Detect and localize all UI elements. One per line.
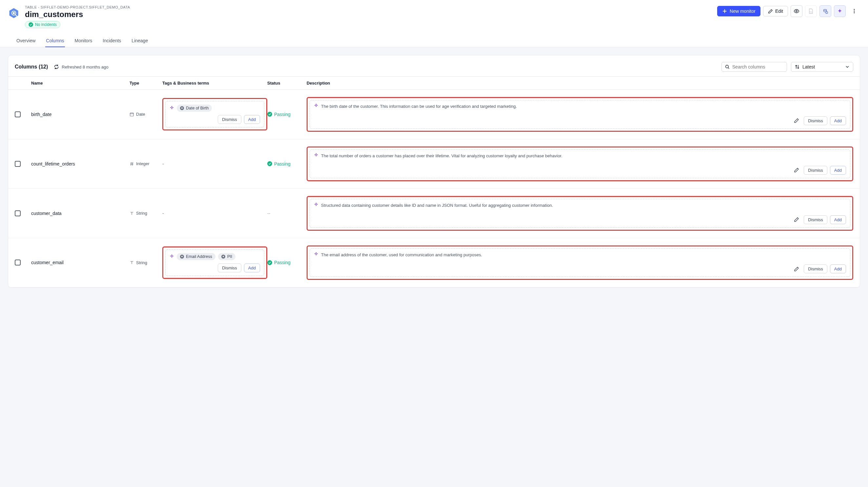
- description-text: The birth date of the customer. This inf…: [321, 103, 517, 110]
- add-button[interactable]: Add: [830, 116, 846, 125]
- svg-point-9: [854, 9, 855, 10]
- page-title: dim_customers: [25, 10, 712, 19]
- column-name: customer_data: [31, 211, 129, 216]
- svg-point-7: [824, 9, 826, 10]
- status-passing: Passing: [267, 161, 307, 166]
- pencil-icon[interactable]: [794, 266, 799, 272]
- row-checkbox[interactable]: [15, 161, 21, 167]
- row-checkbox[interactable]: [15, 260, 21, 265]
- tag-label: Email Address: [186, 254, 212, 259]
- column-description-cell: The email address of the customer, used …: [307, 246, 853, 280]
- th-name: Name: [31, 80, 129, 86]
- status-passing: Passing: [267, 112, 307, 117]
- add-button[interactable]: Add: [830, 264, 846, 273]
- status-badge-no-incidents: No incidents: [25, 21, 60, 28]
- svg-point-15: [267, 112, 272, 117]
- add-button[interactable]: Add: [830, 166, 846, 175]
- edit-button[interactable]: Edit: [763, 6, 788, 17]
- breadcrumb: TABLE - SIFFLET-DEMO-PROJECT.SIFFLET_DEM…: [25, 5, 712, 9]
- pencil-icon: [768, 9, 773, 14]
- tags-suggestion-box: Date of Birth Dismiss Add: [165, 101, 264, 128]
- page-header: TABLE - SIFFLET-DEMO-PROJECT.SIFFLET_DEM…: [0, 0, 868, 47]
- column-type: String: [129, 260, 162, 265]
- star-icon: [221, 255, 225, 259]
- more-menu-button[interactable]: [848, 5, 860, 17]
- header-actions: New monitor Edit SQL: [717, 5, 860, 17]
- column-tags-cell: Email AddressPII Dismiss Add: [162, 247, 267, 279]
- bigquery-icon: [8, 7, 20, 19]
- check-circle-icon: [267, 161, 272, 166]
- th-type: Type: [129, 80, 162, 86]
- search-icon: [725, 64, 730, 69]
- tab-overview[interactable]: Overview: [16, 35, 36, 47]
- column-status-cell: Passing: [267, 112, 307, 117]
- ai-sparkle-icon: [169, 106, 174, 110]
- tab-incidents[interactable]: Incidents: [102, 35, 122, 47]
- header-info: TABLE - SIFFLET-DEMO-PROJECT.SIFFLET_DEM…: [25, 5, 712, 28]
- tag-pill[interactable]: PII: [218, 253, 236, 260]
- dismiss-button[interactable]: Dismiss: [218, 263, 241, 272]
- add-button[interactable]: Add: [244, 263, 260, 272]
- pencil-icon[interactable]: [794, 217, 799, 222]
- column-status-cell: --: [267, 210, 307, 216]
- dismiss-button[interactable]: Dismiss: [804, 116, 827, 125]
- column-description-cell: The birth date of the customer. This inf…: [307, 97, 853, 132]
- eye-button[interactable]: [790, 5, 802, 17]
- th-status: Status: [267, 80, 307, 86]
- columns-panel: Columns (12) Refreshed 8 months ago Late…: [8, 55, 860, 288]
- refresh-icon[interactable]: [54, 64, 59, 69]
- copy-db-button[interactable]: [819, 5, 831, 17]
- tag-pill[interactable]: Email Address: [177, 253, 215, 260]
- column-tags-cell: -: [162, 210, 267, 216]
- description-highlight: Structured data containing customer deta…: [307, 196, 853, 231]
- description-text: Structured data containing customer deta…: [321, 202, 553, 209]
- sql-button[interactable]: SQL: [805, 5, 817, 17]
- tab-columns[interactable]: Columns: [45, 35, 65, 47]
- columns-table: Name Type Tags & Business terms Status D…: [8, 76, 860, 287]
- column-name: birth_date: [31, 112, 129, 117]
- svg-rect-13: [130, 113, 134, 116]
- sort-select[interactable]: Latest: [791, 62, 853, 72]
- tab-lineage[interactable]: Lineage: [131, 35, 149, 47]
- dismiss-button[interactable]: Dismiss: [804, 264, 827, 273]
- status-empty: --: [267, 211, 270, 216]
- search-input-wrapper[interactable]: [721, 62, 787, 72]
- header-top-row: TABLE - SIFFLET-DEMO-PROJECT.SIFFLET_DEM…: [8, 5, 860, 28]
- new-monitor-button[interactable]: New monitor: [717, 6, 761, 17]
- column-status-cell: Passing: [267, 260, 307, 265]
- table-row: count_lifetime_orders Integer - Passing …: [8, 139, 860, 189]
- dismiss-button[interactable]: Dismiss: [218, 115, 241, 124]
- th-tags: Tags & Business terms: [162, 80, 267, 86]
- chevron-down-icon: [845, 65, 850, 69]
- plus-icon: [722, 8, 727, 14]
- pencil-icon[interactable]: [794, 118, 799, 123]
- row-checkbox[interactable]: [15, 210, 21, 216]
- ai-sparkle-button[interactable]: [834, 5, 846, 17]
- tags-suggestion-box: Email AddressPII Dismiss Add: [165, 250, 264, 276]
- pencil-icon[interactable]: [794, 167, 799, 173]
- column-type: Date: [129, 112, 162, 117]
- dismiss-button[interactable]: Dismiss: [804, 166, 827, 175]
- add-button[interactable]: Add: [830, 215, 846, 224]
- dismiss-button[interactable]: Dismiss: [804, 215, 827, 224]
- refreshed-text: Refreshed 8 months ago: [62, 65, 108, 69]
- description-text: The total number of orders a customer ha…: [321, 153, 562, 159]
- check-circle-icon: [267, 260, 272, 265]
- tag-label: Date of Birth: [186, 106, 209, 110]
- dots-vertical-icon: [851, 8, 857, 14]
- description-highlight: The email address of the customer, used …: [307, 246, 853, 280]
- column-status-cell: Passing: [267, 161, 307, 166]
- row-checkbox[interactable]: [15, 111, 21, 117]
- sparkle-icon: [837, 8, 842, 14]
- tag-pill[interactable]: Date of Birth: [177, 104, 212, 112]
- stacked-db-icon: [823, 8, 828, 14]
- tag-label: PII: [227, 254, 232, 259]
- column-name: count_lifetime_orders: [31, 161, 129, 166]
- tab-monitors[interactable]: Monitors: [74, 35, 93, 47]
- add-button[interactable]: Add: [244, 115, 260, 124]
- badge-label: No incidents: [35, 22, 57, 27]
- ai-sparkle-icon: [314, 153, 318, 158]
- column-tags-cell: Date of Birth Dismiss Add: [162, 98, 267, 130]
- search-input[interactable]: [732, 64, 783, 69]
- new-monitor-label: New monitor: [730, 8, 755, 14]
